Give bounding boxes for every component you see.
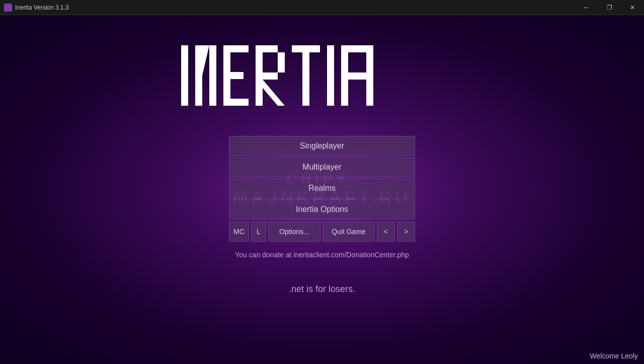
mc-button[interactable]: MC [229, 222, 249, 242]
welcome-text: Welcome Leoly [590, 352, 638, 360]
inertia-options-button[interactable]: Inertia Options [229, 199, 415, 220]
svg-rect-12 [256, 72, 278, 80]
realms-button[interactable]: Realms [229, 178, 415, 198]
svg-marker-2 [202, 45, 209, 76]
donation-text: You can donate at inertiaclient.com/Dona… [235, 251, 409, 259]
svg-rect-10 [256, 45, 278, 52]
next-button[interactable]: > [397, 222, 415, 242]
options-button[interactable]: Options... [268, 222, 320, 242]
logo-svg [181, 45, 463, 111]
close-button[interactable]: ✕ [621, 0, 644, 15]
quit-button[interactable]: Quit Game [323, 222, 375, 242]
logo-container [181, 45, 463, 111]
svg-rect-18 [348, 45, 366, 52]
maximize-button[interactable]: ❐ [598, 0, 621, 15]
svg-rect-7 [223, 72, 244, 79]
menu-container: Singleplayer Multiplayer Realms Inertia … [226, 136, 418, 242]
titlebar-controls: ─ ❐ ✕ [575, 0, 644, 15]
svg-rect-14 [292, 45, 320, 52]
svg-rect-20 [341, 72, 373, 80]
app-icon [4, 4, 12, 12]
multiplayer-button[interactable]: Multiplayer [229, 157, 415, 177]
game-area: CHIPY- MAJNKRAFT.RU [0, 15, 644, 364]
svg-rect-16 [327, 45, 334, 106]
svg-rect-4 [209, 45, 216, 106]
svg-rect-6 [223, 45, 249, 52]
svg-rect-0 [181, 45, 188, 106]
svg-rect-11 [278, 52, 285, 72]
titlebar-title: Inertia Version 3.1.3 [15, 4, 69, 11]
bottom-row: MC L Options... Quit Game < > [229, 222, 415, 242]
svg-rect-8 [223, 99, 249, 106]
titlebar: Inertia Version 3.1.3 ─ ❐ ✕ [0, 0, 644, 15]
slogan-text: .net is for losers. [289, 284, 355, 295]
svg-rect-1 [195, 45, 202, 106]
titlebar-left: Inertia Version 3.1.3 [0, 4, 69, 12]
singleplayer-button[interactable]: Singleplayer [229, 136, 415, 156]
prev-button[interactable]: < [377, 222, 395, 242]
svg-rect-15 [302, 52, 309, 106]
l-button[interactable]: L [251, 222, 266, 242]
minimize-button[interactable]: ─ [575, 0, 598, 15]
